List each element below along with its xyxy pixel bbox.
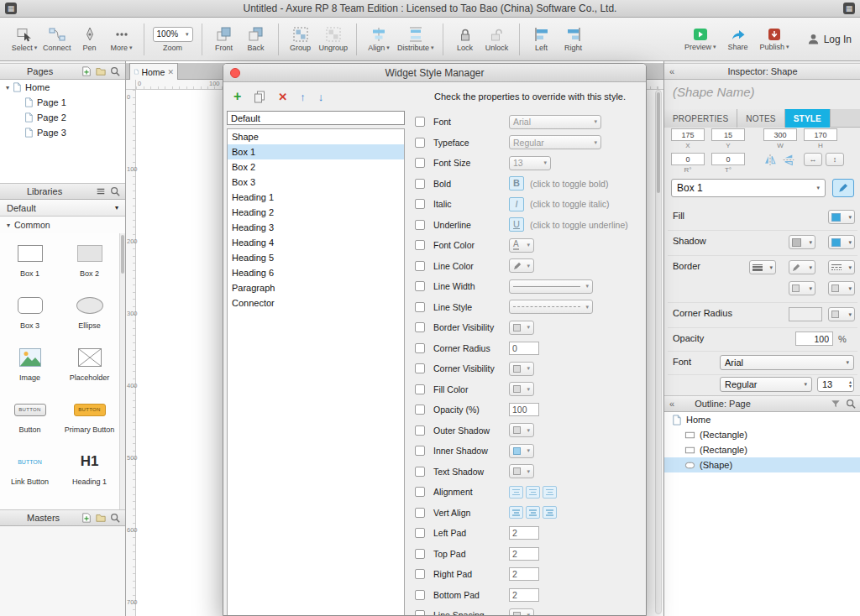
widget-link-button[interactable]: BUTTONLink Button <box>0 446 60 499</box>
bold-checkbox[interactable] <box>415 179 425 189</box>
x-input[interactable] <box>671 128 705 141</box>
widget-box-1[interactable]: Box 1 <box>0 238 60 290</box>
publish-button[interactable]: Publish▾ <box>758 20 792 59</box>
line-spacing-dropdown[interactable]: ▾ <box>509 608 534 615</box>
inner-shadow-dropdown[interactable]: ▾ <box>509 444 534 458</box>
height-input[interactable] <box>804 128 837 141</box>
tab-style[interactable]: STYLE <box>785 109 831 128</box>
line-width-dropdown[interactable]: ▾ <box>509 279 593 294</box>
line-color-checkbox[interactable] <box>415 261 425 271</box>
line-style-dropdown[interactable]: ▾ <box>509 300 593 314</box>
close-icon[interactable]: ✕ <box>167 68 174 76</box>
border-visibility-dropdown[interactable]: ▾ <box>509 321 534 335</box>
vertical-distribute-button[interactable]: ↕ <box>826 153 844 166</box>
style-list-item-connector[interactable]: Connector <box>228 295 404 311</box>
vert-align-button-2[interactable] <box>543 506 557 519</box>
style-list-item-heading-1[interactable]: Heading 1 <box>228 190 404 205</box>
fill-color-checkbox[interactable] <box>415 384 425 394</box>
widget-placeholder[interactable]: Placeholder <box>60 342 119 394</box>
pages-tree-item-page-3[interactable]: Page 3 <box>0 125 125 140</box>
typeface-select[interactable]: Regular▾ <box>509 135 601 149</box>
font-color-dropdown[interactable]: A▾ <box>509 238 534 253</box>
top-pad-checkbox[interactable] <box>415 549 425 559</box>
text-shadow-dropdown[interactable]: ▾ <box>509 464 534 478</box>
pages-tree-item-page-1[interactable]: Page 1 <box>0 95 125 110</box>
corner-visibility-checkbox[interactable] <box>415 363 425 373</box>
flip-vertical-icon[interactable] <box>782 154 795 166</box>
more-tools-button[interactable]: More▾ <box>106 20 138 59</box>
style-list-item-paragraph[interactable]: Paragraph <box>228 280 404 295</box>
line-style-checkbox[interactable] <box>415 302 425 312</box>
library-select[interactable]: Default ▾ <box>0 200 125 217</box>
widget-primary-button[interactable]: BUTTONPrimary Button <box>60 394 119 446</box>
fill-color-dropdown[interactable]: ▾ <box>828 210 855 224</box>
share-button[interactable]: Share <box>722 20 754 59</box>
close-dialog-button[interactable] <box>230 68 240 78</box>
filter-icon[interactable] <box>831 399 841 409</box>
line-color-dropdown[interactable]: ▾ <box>509 258 534 273</box>
menu-icon[interactable] <box>96 186 106 196</box>
inner-shadow-checkbox[interactable] <box>415 446 425 456</box>
widget-box-3[interactable]: Box 3 <box>0 290 60 342</box>
text-shadow-checkbox[interactable] <box>415 467 425 477</box>
style-list-item-shape[interactable]: Shape <box>228 129 404 144</box>
widget-heading-1[interactable]: H1Heading 1 <box>60 446 119 499</box>
outer-shadow-checkbox[interactable] <box>415 425 425 436</box>
collapse-panel-icon[interactable]: « <box>669 66 674 76</box>
zoom-select[interactable]: 100%▾ <box>153 27 193 42</box>
font-size-select[interactable]: 13▾ <box>509 156 551 170</box>
right-pad-checkbox[interactable] <box>415 569 425 579</box>
vert-align-button-1[interactable] <box>526 506 540 519</box>
add-folder-icon[interactable] <box>96 66 106 76</box>
move-down-button[interactable]: ↓ <box>318 91 324 103</box>
outline-item-shape[interactable]: (Shape) <box>664 457 860 472</box>
widget-ellipse[interactable]: Ellipse <box>60 290 119 342</box>
fill-color-dropdown[interactable]: ▾ <box>509 382 534 396</box>
tab-properties[interactable]: PROPERTIES <box>664 109 737 128</box>
add-page-icon[interactable] <box>81 513 92 523</box>
line-style-dropdown[interactable]: ▾ <box>828 260 855 274</box>
duplicate-style-button[interactable] <box>254 91 265 103</box>
style-list-item-box-3[interactable]: Box 3 <box>228 175 404 190</box>
outline-item-home[interactable]: Home <box>664 412 860 427</box>
pen-tool-button[interactable]: Pen <box>74 20 106 59</box>
alignment-checkbox[interactable] <box>415 487 425 497</box>
vert-align-button-0[interactable] <box>509 506 523 519</box>
library-scrollbar[interactable] <box>119 233 125 509</box>
connect-tool-button[interactable]: Connect <box>40 20 74 59</box>
style-list-item-heading-2[interactable]: Heading 2 <box>228 205 404 220</box>
style-list-item-heading-6[interactable]: Heading 6 <box>228 265 404 280</box>
left-pad-input[interactable] <box>509 526 539 540</box>
alignment-button-1[interactable] <box>526 486 540 499</box>
tab-home[interactable]: Home ✕ <box>129 63 178 80</box>
outline-item-rectangle[interactable]: (Rectangle) <box>664 442 860 457</box>
font-select[interactable]: Arial▾ <box>509 115 601 129</box>
line-width-dropdown[interactable]: ▾ <box>749 260 776 274</box>
outer-shadow-dropdown[interactable]: ▾ <box>789 235 815 249</box>
italic-checkbox[interactable] <box>415 199 425 209</box>
tab-notes[interactable]: NOTES <box>737 109 784 128</box>
vert-align-checkbox[interactable] <box>415 508 425 518</box>
underline-toggle-button[interactable]: U <box>509 217 524 232</box>
widget-image[interactable]: Image <box>0 342 60 394</box>
bottom-pad-checkbox[interactable] <box>415 590 425 600</box>
style-list-item-heading-5[interactable]: Heading 5 <box>228 250 404 265</box>
inner-shadow-dropdown[interactable]: ▾ <box>828 235 855 249</box>
search-icon[interactable] <box>110 513 120 523</box>
collapse-panel-icon[interactable]: « <box>669 399 674 409</box>
login-button[interactable]: Log In <box>807 20 852 59</box>
width-input[interactable] <box>763 128 797 141</box>
rotation-input[interactable] <box>671 153 705 165</box>
preview-button[interactable]: Preview▾ <box>682 20 719 59</box>
line-color-dropdown[interactable]: ▾ <box>789 260 815 274</box>
right-pad-input[interactable] <box>509 567 539 581</box>
style-list-item-heading-4[interactable]: Heading 4 <box>228 235 404 250</box>
alignment-button-2[interactable] <box>543 486 557 499</box>
typeface-select[interactable]: Regular ▾ <box>720 377 812 392</box>
line-spacing-checkbox[interactable] <box>415 610 425 615</box>
add-style-button[interactable]: + <box>233 89 241 104</box>
style-list-item-box-2[interactable]: Box 2 <box>228 159 404 175</box>
y-input[interactable] <box>711 128 745 141</box>
arrow-style-dropdown[interactable]: ▾ <box>828 281 855 295</box>
canvas-vertical-scrollbar[interactable] <box>655 90 662 614</box>
